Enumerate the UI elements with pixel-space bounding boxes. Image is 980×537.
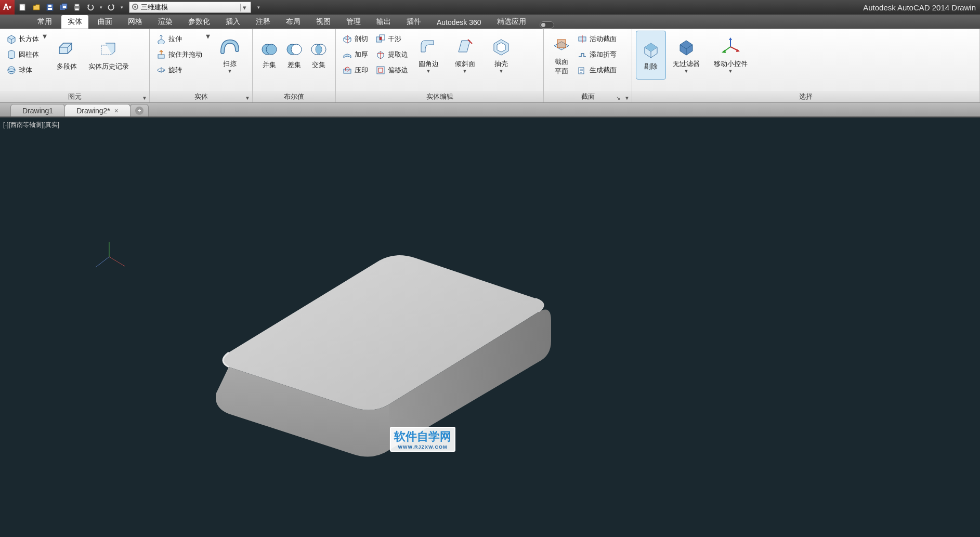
- polysolid-label: 多段体: [57, 62, 77, 71]
- fillet-edge-button[interactable]: 圆角边▼: [410, 31, 447, 79]
- revolve-button[interactable]: 旋转: [154, 62, 204, 78]
- sweep-button[interactable]: 扫掠▼: [212, 31, 248, 79]
- qat-redo-icon[interactable]: [105, 2, 117, 13]
- ribbon: 长方体 圆柱体 球体 ▾ 多段体 实体历史记录 图元▼ 拉伸 按住并拖动 旋转 …: [0, 29, 980, 103]
- sweep-icon: [219, 36, 240, 57]
- move-gizmo-button[interactable]: 移动小控件▼: [707, 31, 754, 79]
- svg-rect-31: [380, 37, 382, 40]
- panel-section-title[interactable]: 截面▼↘: [544, 91, 632, 102]
- thicken-button[interactable]: 加厚: [340, 47, 370, 62]
- gear-icon: [132, 3, 139, 12]
- ribbon-tab-featured[interactable]: 精选应用: [491, 15, 532, 29]
- drawing-canvas[interactable]: [-][西南等轴测][真实] 软件自学网 WWW.RJZXW.CO: [0, 117, 980, 537]
- qat-save-icon[interactable]: [44, 2, 56, 13]
- ribbon-tab-layout[interactable]: 布局: [280, 15, 307, 29]
- union-label: 并集: [263, 60, 276, 70]
- live-section-button[interactable]: 活动截面: [575, 31, 619, 47]
- ribbon-tab-manage[interactable]: 管理: [340, 15, 367, 29]
- ribbon-tab-parametric[interactable]: 参数化: [182, 15, 216, 29]
- qat-print-icon[interactable]: [71, 2, 83, 13]
- subtract-icon: [285, 41, 303, 58]
- fillet-edge-icon: [418, 36, 439, 57]
- intersect-button[interactable]: 交集: [306, 31, 331, 79]
- polysolid-button[interactable]: 多段体: [48, 31, 85, 79]
- imprint-button[interactable]: 压印: [340, 62, 370, 78]
- panel-solid: 拉伸 按住并拖动 旋转 ▾ 扫掠▼ 实体▼: [150, 29, 253, 102]
- cylinder-label: 圆柱体: [19, 50, 39, 59]
- thicken-icon: [342, 49, 352, 60]
- extrude-button[interactable]: 拉伸: [154, 31, 204, 47]
- solid-history-button[interactable]: 实体历史记录: [85, 31, 133, 79]
- slice-button[interactable]: 剖切: [340, 31, 370, 47]
- qat-customize-dropdown[interactable]: ▾: [252, 2, 265, 13]
- qat-open-icon[interactable]: [30, 2, 43, 13]
- workspace-label: 三维建模: [141, 3, 168, 12]
- new-document-tab[interactable]: +: [130, 104, 149, 116]
- ribbon-tab-surface[interactable]: 曲面: [92, 15, 119, 29]
- offset-edges-icon: [375, 65, 386, 75]
- qat-saveas-icon[interactable]: [57, 2, 70, 13]
- ribbon-tab-common[interactable]: 常用: [31, 15, 58, 29]
- extract-edges-icon: [375, 49, 386, 60]
- ribbon-tab-autodesk360[interactable]: Autodesk 360: [430, 16, 488, 29]
- primitive-dropdown[interactable]: ▾: [41, 31, 48, 41]
- panel-boolean-title: 布尔值: [253, 91, 335, 102]
- chevron-down-icon[interactable]: ▾: [240, 4, 249, 11]
- shell-button[interactable]: 抽壳▼: [483, 31, 519, 79]
- ribbon-tab-mesh[interactable]: 网格: [122, 15, 149, 29]
- culling-button[interactable]: 剔除: [636, 31, 665, 79]
- svg-rect-32: [377, 67, 384, 74]
- shell-icon: [491, 36, 512, 57]
- qat-undo-dropdown[interactable]: ▾: [98, 2, 104, 13]
- close-icon[interactable]: ×: [114, 107, 119, 115]
- subtract-button[interactable]: 差集: [282, 31, 307, 79]
- no-filter-icon: [676, 36, 697, 57]
- sphere-icon: [6, 65, 17, 75]
- workspace-combo[interactable]: 三维建模 ▾: [129, 2, 251, 13]
- doc-tab-label: Drawing1: [22, 107, 53, 115]
- offset-edges-button[interactable]: 偏移边: [373, 62, 410, 78]
- document-tab[interactable]: Drawing1: [10, 104, 65, 116]
- revolve-icon: [156, 65, 166, 75]
- qat-undo-icon[interactable]: [84, 2, 97, 13]
- culling-icon: [641, 39, 661, 60]
- ribbon-tab-render[interactable]: 渲染: [152, 15, 179, 29]
- cylinder-button[interactable]: 圆柱体: [4, 47, 41, 62]
- ribbon-tab-insert[interactable]: 插入: [219, 15, 246, 29]
- dialog-launcher-icon[interactable]: ↘: [616, 93, 620, 104]
- ribbon-tab-view[interactable]: 视图: [310, 15, 337, 29]
- svg-line-42: [109, 257, 125, 266]
- panel-primitives-title[interactable]: 图元▼: [0, 91, 149, 102]
- ribbon-minimize-toggle[interactable]: [540, 21, 554, 29]
- view-label[interactable]: [-][西南等轴测][真实]: [3, 121, 59, 129]
- ribbon-tab-annotate[interactable]: 注释: [250, 15, 277, 29]
- qat-redo-dropdown[interactable]: ▾: [119, 2, 125, 13]
- ribbon-tab-plugins[interactable]: 插件: [400, 15, 427, 29]
- box-button[interactable]: 长方体: [4, 31, 41, 47]
- live-section-icon: [577, 34, 587, 44]
- union-button[interactable]: 并集: [257, 31, 282, 79]
- svg-rect-8: [75, 4, 79, 6]
- interfere-button[interactable]: 干涉: [373, 31, 410, 47]
- move-gizmo-icon: [720, 36, 741, 57]
- extract-edges-button[interactable]: 提取边: [373, 47, 410, 62]
- panel-solid-title[interactable]: 实体▼: [150, 91, 252, 102]
- revolve-label: 旋转: [168, 66, 182, 75]
- presspull-button[interactable]: 按住并拖动: [154, 47, 204, 62]
- ribbon-tab-output[interactable]: 输出: [370, 15, 397, 29]
- generate-section-button[interactable]: 生成截面: [575, 62, 619, 78]
- document-tab[interactable]: Drawing2*×: [64, 104, 130, 116]
- add-jog-button[interactable]: 添加折弯: [575, 47, 619, 62]
- imprint-icon: [342, 65, 352, 75]
- section-plane-button[interactable]: 截面 平面: [548, 31, 575, 79]
- svg-point-13: [8, 67, 15, 74]
- intersect-label: 交集: [312, 60, 325, 70]
- qat-new-icon[interactable]: [17, 2, 29, 13]
- ribbon-tab-solid[interactable]: 实体: [61, 15, 88, 29]
- no-filter-button[interactable]: 无过滤器▼: [665, 31, 707, 79]
- solid-dropdown[interactable]: ▾: [204, 31, 212, 41]
- sphere-button[interactable]: 球体: [4, 62, 41, 78]
- taper-face-button[interactable]: 倾斜面▼: [447, 31, 483, 79]
- box-label: 长方体: [19, 34, 39, 44]
- app-menu-button[interactable]: A▾: [0, 0, 15, 15]
